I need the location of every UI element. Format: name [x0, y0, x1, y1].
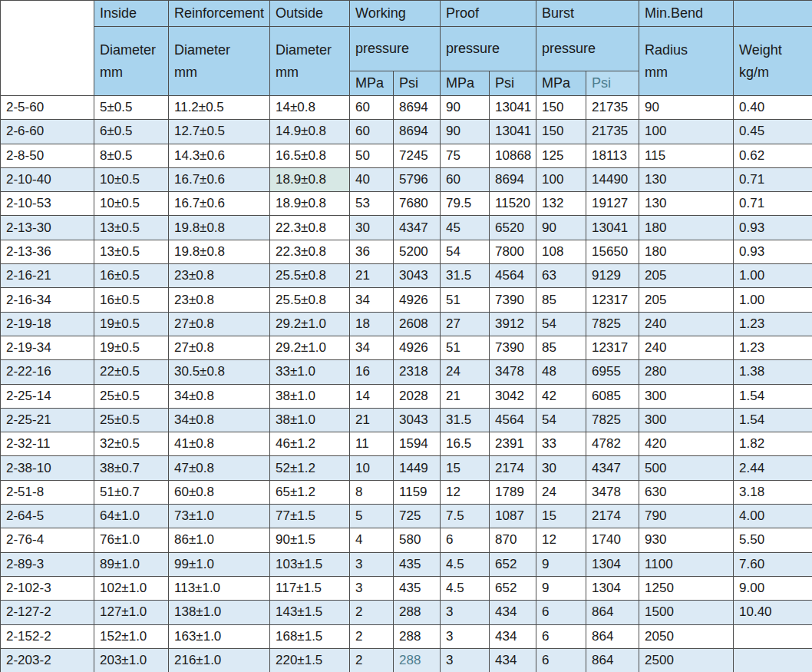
cell: 36 — [350, 240, 394, 263]
cell: 5±0.5 — [94, 96, 169, 120]
cell: 23±0.8 — [169, 288, 270, 312]
cell: 38±1.0 — [270, 408, 350, 432]
row-label: 2-10-53 — [1, 192, 94, 216]
cell: 52±1.2 — [270, 456, 350, 480]
cell: 3043 — [394, 408, 441, 432]
cell: 3.18 — [734, 480, 812, 504]
cell: 2608 — [394, 312, 441, 336]
row-label: 2-152-2 — [1, 624, 94, 648]
table-row: 2-19-1819±0.527±0.829.2±1.01826082739125… — [1, 312, 812, 336]
cell: 1.54 — [734, 408, 812, 432]
header-burst: Burst — [536, 1, 639, 27]
header-proof-pressure: pressure — [441, 27, 536, 71]
cell: 13±0.5 — [94, 240, 169, 263]
cell: 5796 — [394, 167, 441, 191]
row-label: 2-13-36 — [1, 240, 94, 263]
table-row: 2-16-2116±0.523±0.825.5±0.821304331.5456… — [1, 264, 812, 288]
cell: 85 — [536, 336, 586, 359]
cell: 652 — [490, 552, 536, 576]
cell: 3 — [441, 648, 490, 672]
table-row: 2-152-2152±1.0163±1.0168±1.5228834346864… — [1, 624, 812, 648]
cell: 152±1.0 — [94, 624, 169, 648]
cell: 2391 — [490, 432, 536, 456]
table-row: 2-38-1038±0.747±0.852±1.2101449152174304… — [1, 456, 812, 480]
cell: 4347 — [394, 216, 441, 240]
cell: 3043 — [394, 264, 441, 288]
cell: 90 — [441, 96, 490, 120]
cell: 3 — [441, 601, 490, 624]
header-inside-unit: Diameter mm — [94, 27, 169, 96]
cell: 90 — [536, 216, 586, 240]
cell: 30.5±0.8 — [169, 360, 270, 384]
cell: 21 — [350, 408, 394, 432]
cell: 89±1.0 — [94, 552, 169, 576]
cell: 9 — [536, 552, 586, 576]
cell: 108 — [536, 240, 586, 263]
cell: 25±0.5 — [94, 408, 169, 432]
cell: 2 — [350, 601, 394, 624]
cell: 10868 — [490, 144, 536, 167]
row-label: 2-25-21 — [1, 408, 94, 432]
cell: 15 — [441, 456, 490, 480]
cell: 14 — [350, 384, 394, 408]
cell: 4.5 — [441, 552, 490, 576]
cell: 32±0.5 — [94, 432, 169, 456]
cell: 2028 — [394, 384, 441, 408]
cell: 19.8±0.8 — [169, 240, 270, 263]
cell: 0.71 — [734, 192, 812, 216]
cell: 50 — [350, 144, 394, 167]
cell: 65±1.2 — [270, 480, 350, 504]
cell: 25.5±0.8 — [270, 288, 350, 312]
table-row: 2-25-1425±0.534±0.838±1.0142028213042426… — [1, 384, 812, 408]
cell: 16.5 — [441, 432, 490, 456]
row-label: 2-89-3 — [1, 552, 94, 576]
row-label: 2-5-60 — [1, 96, 94, 120]
cell: 27 — [441, 312, 490, 336]
cell: 2.44 — [734, 456, 812, 480]
cell: 9 — [536, 576, 586, 600]
cell: 18113 — [586, 144, 639, 167]
cell: 300 — [639, 408, 734, 432]
cell: 2 — [350, 648, 394, 672]
cell: 580 — [394, 528, 441, 552]
cell: 203±1.0 — [94, 648, 169, 672]
cell: 113±1.0 — [169, 576, 270, 600]
header-line: mm — [645, 61, 730, 84]
cell: 0.45 — [734, 120, 812, 144]
cell: 143±1.5 — [270, 601, 350, 624]
cell: 33 — [536, 432, 586, 456]
cell: 27±0.8 — [169, 312, 270, 336]
cell: 0.93 — [734, 240, 812, 263]
cell: 630 — [639, 480, 734, 504]
header-line: mm — [100, 61, 165, 84]
table-row: 2-10-4010±0.516.7±0.618.9±0.840579660869… — [1, 167, 812, 191]
row-label: 2-32-11 — [1, 432, 94, 456]
cell: 16±0.5 — [94, 264, 169, 288]
cell: 180 — [639, 240, 734, 263]
cell: 45 — [441, 216, 490, 240]
cell: 10 — [350, 456, 394, 480]
cell: 60 — [350, 120, 394, 144]
cell: 1.82 — [734, 432, 812, 456]
cell: 21735 — [586, 120, 639, 144]
cell: 0.71 — [734, 167, 812, 191]
header-burst-pressure: pressure — [536, 27, 639, 71]
cell: 240 — [639, 336, 734, 359]
cell: 220±1.5 — [270, 648, 350, 672]
cell: 240 — [639, 312, 734, 336]
cell: 30 — [350, 216, 394, 240]
row-label: 2-8-50 — [1, 144, 94, 167]
cell: 205 — [639, 288, 734, 312]
cell: 1.23 — [734, 312, 812, 336]
cell: 51 — [441, 288, 490, 312]
cell: 300 — [639, 384, 734, 408]
cell: 16 — [350, 360, 394, 384]
cell: 130 — [639, 167, 734, 191]
cell: 930 — [639, 528, 734, 552]
row-label: 2-203-2 — [1, 648, 94, 672]
cell: 205 — [639, 264, 734, 288]
cell: 216±1.0 — [169, 648, 270, 672]
cell: 1087 — [490, 505, 536, 528]
cell: 7245 — [394, 144, 441, 167]
cell: 1449 — [394, 456, 441, 480]
